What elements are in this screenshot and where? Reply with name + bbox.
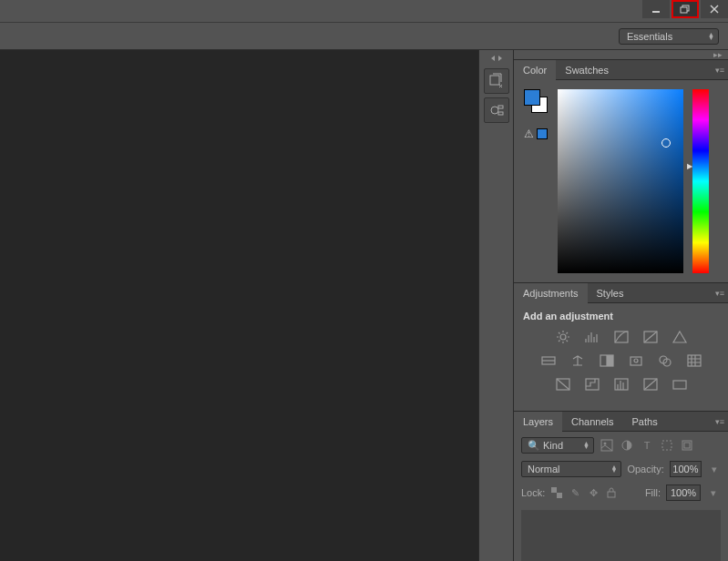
black-white-icon[interactable] [598, 352, 616, 369]
svg-rect-10 [615, 332, 628, 342]
filter-smart-icon[interactable] [680, 438, 694, 453]
color-field-cursor [661, 138, 671, 148]
svg-point-16 [634, 359, 638, 362]
tab-swatches[interactable]: Swatches [556, 60, 618, 80]
gamut-swatch [537, 128, 548, 139]
hue-saturation-icon[interactable] [539, 352, 558, 369]
tab-channels[interactable]: Channels [562, 412, 622, 432]
fill-dropdown-icon[interactable]: ▾ [706, 485, 721, 500]
filter-type-icon[interactable]: T [640, 438, 654, 453]
svg-rect-19 [688, 355, 701, 366]
properties-panel-icon[interactable] [484, 97, 509, 123]
dropdown-arrows-icon: ▲▼ [708, 33, 714, 40]
lock-label: Lock: [521, 487, 545, 498]
svg-rect-33 [608, 492, 615, 497]
dock-collapse-button[interactable] [483, 54, 510, 63]
svg-rect-24 [673, 381, 686, 389]
levels-icon[interactable] [583, 329, 601, 345]
collapse-panels-icon[interactable]: ▸▸ [713, 50, 723, 59]
svg-point-9 [560, 334, 566, 340]
canvas-area [0, 50, 478, 561]
tab-paths[interactable]: Paths [623, 412, 667, 432]
adjustments-panel-menu-icon[interactable]: ▾≡ [715, 289, 724, 298]
dropdown-arrows-icon: ▲▼ [583, 442, 590, 449]
color-field[interactable] [558, 89, 683, 273]
tab-color[interactable]: Color [514, 60, 556, 80]
foreground-swatch[interactable] [524, 89, 540, 106]
warning-icon: ⚠ [524, 128, 534, 140]
opacity-label: Opacity: [627, 464, 663, 474]
channel-mixer-icon[interactable] [656, 352, 674, 369]
opacity-dropdown-icon[interactable]: ▾ [707, 462, 721, 476]
adjustments-heading: Add an adjustment [523, 311, 719, 321]
history-panel-icon[interactable] [484, 68, 509, 94]
photo-filter-icon[interactable] [627, 352, 645, 369]
svg-rect-31 [551, 487, 557, 493]
tab-styles[interactable]: Styles [588, 283, 633, 303]
lock-position-icon[interactable]: ✥ [587, 486, 600, 499]
color-swatch-column: ⚠ [523, 89, 549, 273]
fill-label: Fill: [645, 487, 661, 498]
svg-rect-21 [586, 379, 599, 390]
layers-list[interactable] [521, 510, 721, 561]
fg-bg-swatches[interactable] [524, 89, 548, 113]
exposure-icon[interactable] [641, 329, 660, 345]
selective-color-icon[interactable] [671, 376, 689, 393]
svg-rect-5 [490, 76, 499, 85]
close-button[interactable] [701, 0, 728, 18]
color-panel-menu-icon[interactable]: ▾≡ [715, 66, 724, 75]
lock-pixels-icon[interactable]: ✎ [569, 486, 581, 499]
fill-value[interactable]: 100% [666, 484, 701, 501]
blend-mode-dropdown[interactable]: Normal ▲▼ [521, 461, 621, 477]
adjustments-tabs: Adjustments Styles ▾≡ [514, 283, 728, 303]
layer-filter-kind-dropdown[interactable]: 🔍Kind ▲▼ [521, 437, 594, 454]
restore-button[interactable] [672, 0, 699, 18]
svg-rect-14 [607, 355, 613, 366]
filter-pixel-icon[interactable] [600, 438, 614, 453]
brightness-contrast-icon[interactable] [554, 329, 572, 345]
gradient-map-icon[interactable] [641, 376, 660, 393]
layers-tabs: Layers Channels Paths ▾≡ [514, 412, 728, 432]
svg-rect-8 [498, 112, 503, 115]
tab-layers[interactable]: Layers [514, 412, 562, 432]
collapsed-dock [478, 50, 513, 561]
svg-point-26 [604, 443, 607, 445]
filter-shape-icon[interactable] [660, 438, 674, 453]
filter-adjustment-icon[interactable] [620, 438, 634, 453]
options-bar: Essentials ▲▼ [0, 23, 728, 50]
workspace-label: Essentials [627, 31, 672, 42]
layers-panel: Layers Channels Paths ▾≡ 🔍Kind ▲▼ T [514, 411, 728, 561]
color-balance-icon[interactable] [569, 352, 587, 369]
svg-rect-22 [615, 379, 628, 390]
color-tabs: Color Swatches ▾≡ [514, 60, 728, 80]
hue-slider[interactable] [692, 89, 709, 273]
vibrance-icon[interactable] [671, 329, 689, 345]
workspace-dropdown[interactable]: Essentials ▲▼ [619, 28, 719, 45]
tab-adjustments[interactable]: Adjustments [514, 283, 588, 303]
panels-top-row: ▸▸ [514, 50, 728, 59]
color-panel: Color Swatches ▾≡ ⚠ [514, 59, 728, 282]
panels-column: ▸▸ Color Swatches ▾≡ ⚠ [513, 50, 728, 561]
lock-transparency-icon[interactable] [550, 486, 563, 499]
invert-icon[interactable] [554, 376, 572, 393]
layers-panel-menu-icon[interactable]: ▾≡ [715, 417, 724, 426]
minimize-button[interactable] [642, 0, 670, 18]
curves-icon[interactable] [612, 329, 631, 345]
posterize-icon[interactable] [583, 376, 601, 393]
opacity-value[interactable]: 100% [670, 461, 702, 477]
search-icon: 🔍 [528, 440, 540, 452]
color-lookup-icon[interactable] [685, 352, 703, 369]
dropdown-arrows-icon: ▲▼ [610, 465, 617, 473]
hue-pointer-icon: ▶ [687, 162, 692, 170]
svg-rect-30 [684, 443, 690, 448]
svg-rect-15 [631, 357, 641, 365]
lock-all-icon[interactable] [605, 486, 618, 499]
svg-rect-7 [498, 106, 503, 108]
threshold-icon[interactable] [612, 376, 631, 393]
svg-rect-28 [662, 441, 672, 450]
svg-rect-2 [681, 7, 687, 13]
svg-rect-32 [557, 493, 562, 498]
gamut-warning[interactable]: ⚠ [524, 128, 548, 140]
svg-point-6 [491, 107, 498, 114]
adjustments-panel: Adjustments Styles ▾≡ Add an adjustment [514, 282, 728, 411]
